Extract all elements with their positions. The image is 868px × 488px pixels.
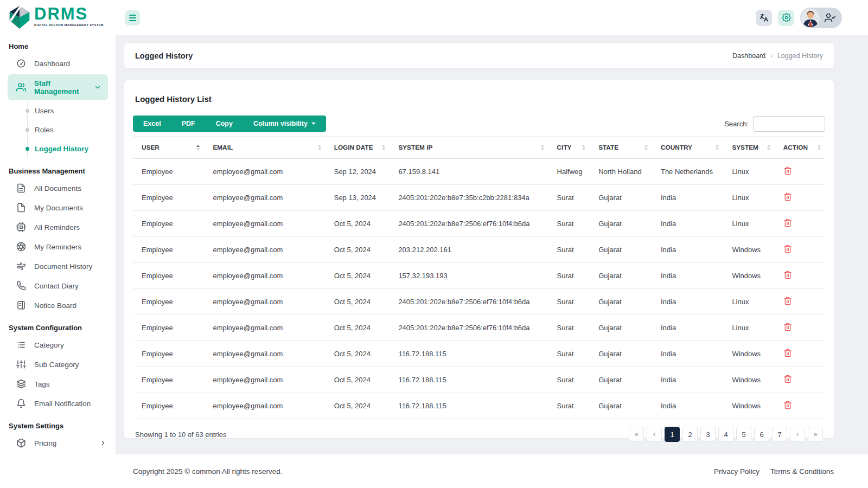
cell-system-ip: 157.32.193.193: [390, 263, 548, 289]
pagination-page-2[interactable]: 2: [682, 427, 698, 442]
breadcrumb-dashboard[interactable]: Dashboard: [732, 52, 765, 60]
pagination-page-3[interactable]: 3: [700, 427, 716, 442]
sidebar: DRMS DIGITAL RECORD MANAGEMENT SYSTEM Ho…: [0, 0, 116, 488]
sidebar-item-users[interactable]: Users: [28, 101, 116, 120]
pagination-page-4[interactable]: 4: [718, 427, 733, 442]
cell-system-ip: 2405:201:202e:b8e7:2506:ef76:10f4:b6da: [390, 289, 548, 315]
delete-button[interactable]: [783, 349, 792, 357]
pagination-page-7[interactable]: 7: [772, 427, 787, 442]
cell-system: Windows: [723, 367, 774, 393]
footer-link-privacy-policy[interactable]: Privacy Policy: [714, 467, 760, 476]
cell-state: Gujarat: [590, 315, 652, 341]
cell-system: Linux: [723, 211, 774, 237]
delete-button[interactable]: [783, 245, 792, 253]
cell-country: India: [652, 237, 723, 263]
sidebar-item-label: Users: [35, 107, 54, 115]
sidebar-item-category[interactable]: Category: [0, 335, 116, 355]
cell-system-ip: 116.72.188.115: [390, 393, 548, 419]
content-area: Logged History Dashboard › Logged Histor…: [116, 35, 868, 454]
sidebar-item-label: Contact Diary: [34, 282, 79, 290]
translate-button[interactable]: [756, 10, 772, 26]
menu-toggle-button[interactable]: [125, 10, 140, 25]
footer-links: Privacy PolicyTerms & Conditions: [714, 467, 834, 476]
sidebar-item-label: Document History: [34, 262, 92, 271]
column-header-system[interactable]: SYSTEM: [723, 137, 774, 159]
pagination-last[interactable]: »: [808, 427, 823, 442]
delete-button[interactable]: [783, 166, 792, 175]
sidebar-item-pricing[interactable]: Pricing: [0, 433, 116, 453]
settings-button[interactable]: [778, 10, 794, 26]
trash-icon: [783, 349, 792, 357]
sidebar-submenu: UsersRolesLogged History: [27, 101, 116, 158]
pagination-page-1[interactable]: 1: [665, 427, 680, 442]
cell-action: [775, 159, 825, 185]
delete-button[interactable]: [783, 271, 792, 279]
cell-city: Surat: [548, 289, 590, 315]
sidebar-item-sub-category[interactable]: Sub Category: [0, 355, 116, 374]
trash-icon: [783, 323, 792, 331]
sidebar-item-label: My Documents: [34, 204, 83, 212]
table-body: Employeeemployee@gmail.comSep 12, 202467…: [133, 159, 825, 419]
pdf-button[interactable]: PDF: [171, 115, 206, 132]
delete-button[interactable]: [783, 323, 792, 331]
column-header-email[interactable]: EMAIL: [204, 137, 325, 159]
user-profile-button[interactable]: [800, 8, 842, 28]
excel-button[interactable]: Excel: [133, 115, 171, 132]
sidebar-item-notice-board[interactable]: Notice Board: [0, 296, 116, 315]
copy-button[interactable]: Copy: [206, 115, 243, 132]
wind-icon: [16, 261, 26, 271]
sidebar-item-email-notification[interactable]: Email Notification: [0, 394, 116, 413]
sort-icon: [644, 145, 648, 150]
column-header-state[interactable]: STATE: [590, 137, 652, 159]
column-header-city[interactable]: CITY: [548, 137, 590, 159]
delete-button[interactable]: [783, 401, 792, 409]
sort-icon: [716, 145, 719, 150]
cell-country: India: [652, 185, 723, 211]
sidebar-item-logged-history[interactable]: Logged History: [28, 139, 116, 158]
delete-button[interactable]: [783, 219, 792, 227]
sidebar-item-tags[interactable]: Tags: [0, 374, 116, 394]
pagination-prev[interactable]: ‹: [647, 427, 662, 442]
cell-system-ip: 2405:201:202e:b8e7:2506:ef76:10f4:b6da: [390, 211, 548, 237]
column-header-action[interactable]: ACTION: [775, 137, 825, 159]
nav-section-label: System Configuration: [0, 315, 116, 335]
column-header-system-ip[interactable]: SYSTEM IP: [390, 137, 548, 159]
cell-country: India: [652, 211, 723, 237]
column-header-login-date[interactable]: LOGIN DATE: [326, 137, 390, 159]
sidebar-item-contact-diary[interactable]: Contact Diary: [0, 276, 116, 296]
pagination-first[interactable]: «: [629, 427, 644, 442]
cell-city: Surat: [548, 393, 590, 419]
cell-system-ip: 203.212.202.161: [390, 237, 548, 263]
sidebar-item-document-history[interactable]: Document History: [0, 256, 116, 276]
cell-user: Employee: [133, 237, 204, 263]
delete-button[interactable]: [783, 375, 792, 383]
app-tagline: DIGITAL RECORD MANAGEMENT SYSTEM: [34, 23, 104, 27]
delete-button[interactable]: [783, 297, 792, 305]
sidebar-item-all-reminders[interactable]: All Reminders: [0, 217, 116, 237]
column-visibility-button[interactable]: Column visibility: [243, 115, 326, 132]
pagination-page-5[interactable]: 5: [736, 427, 751, 442]
cell-country: India: [652, 263, 723, 289]
search-input[interactable]: [753, 116, 825, 132]
trash-icon: [783, 375, 792, 383]
sidebar-item-my-documents[interactable]: My Documents: [0, 198, 116, 217]
cell-user: Employee: [133, 315, 204, 341]
chevron-down-icon: [94, 84, 101, 91]
sidebar-item-all-documents[interactable]: All Documents: [0, 178, 116, 198]
sidebar-item-dashboard[interactable]: Dashboard: [0, 54, 116, 73]
cell-city: Surat: [548, 367, 590, 393]
sidebar-item-staff-management[interactable]: Staff Management: [8, 74, 108, 100]
footer-link-terms-conditions[interactable]: Terms & Conditions: [770, 467, 834, 476]
pagination-page-6[interactable]: 6: [754, 427, 769, 442]
app-logo[interactable]: DRMS DIGITAL RECORD MANAGEMENT SYSTEM: [0, 0, 116, 34]
pagination-next[interactable]: ›: [790, 427, 805, 442]
sidebar-item-my-reminders[interactable]: My Reminders: [0, 237, 116, 256]
cell-login-date: Sep 12, 2024: [326, 159, 390, 185]
delete-button[interactable]: [783, 192, 792, 201]
column-header-country[interactable]: COUNTRY: [652, 137, 723, 159]
cell-action: [775, 367, 825, 393]
trash-icon: [783, 166, 792, 175]
cell-user: Employee: [133, 159, 204, 185]
sidebar-item-roles[interactable]: Roles: [28, 120, 116, 139]
column-header-user[interactable]: USER: [133, 137, 204, 159]
